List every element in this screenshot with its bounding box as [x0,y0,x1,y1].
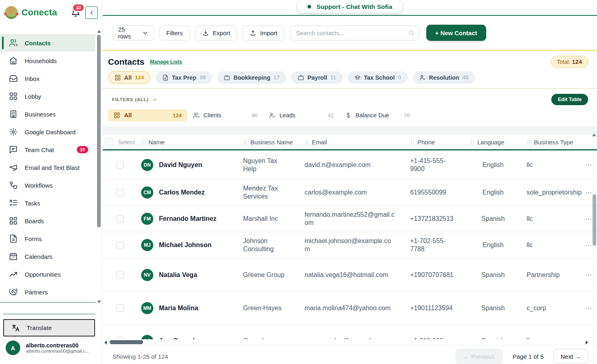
previous-page-button[interactable]: ← Previous [455,349,503,364]
filters-dropdown[interactable]: FILTERS (ALL) [112,97,157,102]
contact-name[interactable]: Carlos Mendez [159,189,205,196]
table-row[interactable]: MJ Michael Johnson Johnson Consulting mi… [103,232,597,258]
row-checkbox[interactable] [116,161,124,169]
filter-pill-balance-due[interactable]: Balance Due 70 [339,109,415,121]
filters-button[interactable]: Filters [159,25,190,40]
sidebar-item-email-text-blast[interactable]: Email and Text Blast [0,159,95,176]
sidebar-scrollbar-thumb[interactable] [97,35,101,227]
column-header-name[interactable]: Name [141,139,243,146]
contact-name[interactable]: David Nguyen [159,161,202,169]
scroll-up-arrow-icon[interactable] [592,133,596,136]
sidebar-item-tasks[interactable]: Tasks [0,194,95,212]
select-all-checkbox[interactable] [106,138,113,146]
table-row[interactable]: CM Carlos Mendez Mendez Tax Services car… [103,180,597,206]
contact-name[interactable]: Natalia Vega [159,271,197,279]
sidebar-item-team-chat[interactable]: Team Chat 19 [0,141,95,159]
column-header-business-name[interactable]: Business Name [243,139,305,146]
next-page-button[interactable]: Next → [553,349,588,364]
contact-name[interactable]: Michael Johnson [159,241,212,249]
column-header-business-type[interactable]: Business Type [527,139,585,146]
sidebar-item-households[interactable]: Households [0,52,95,70]
tab-tax-prep[interactable]: Tax Prep 39 [156,71,212,84]
select-column-label: Select [118,139,135,146]
column-header-language[interactable]: Language [470,139,527,146]
scroll-right-arrow-icon[interactable] [586,341,588,345]
grid-icon [9,92,18,101]
sidebar-item-opportunities[interactable]: Opportunities [0,265,95,283]
filter-pill-clients[interactable]: Clients 90 [187,109,263,121]
scroll-up-arrow-icon[interactable] [97,30,101,33]
page-title: Contacts [108,57,144,67]
export-button[interactable]: Export [195,25,237,40]
grid-icon [114,74,121,81]
file-icon [162,74,169,81]
vertical-scrollbar-thumb[interactable] [593,194,596,246]
column-label: Phone [417,139,435,146]
search-input[interactable] [290,25,419,40]
tab-all[interactable]: All 124 [108,71,150,84]
new-contact-button[interactable]: + New Contact [426,25,486,41]
table-header-row: Select Name Business Name Email Phone La… [103,135,597,150]
table-row[interactable]: MM Maria Molina Green-Hayes maria.molina… [103,292,597,325]
row-checkbox[interactable] [116,271,124,279]
column-header-phone[interactable]: Phone [410,139,470,146]
table-row[interactable]: NV Natalia Vega Greene Group natalia.veg… [103,258,597,292]
tab-label: Payroll [307,74,327,81]
table-row[interactable]: DN David Nguyen Nguyen Tax Help david.n@… [103,150,597,180]
chevron-down-icon [152,97,157,102]
drag-handle-icon[interactable] [141,139,146,145]
notifications-button[interactable]: 33 [71,8,80,17]
sidebar-item-partners[interactable]: Partners [0,283,95,301]
row-checkbox[interactable] [116,215,124,223]
sidebar-item-inbox[interactable]: Inbox [0,70,95,87]
tab-bookkeeping[interactable]: Bookkeeping 17 [217,71,286,84]
manage-lists-link[interactable]: Manage Lists [150,59,182,65]
drag-handle-icon[interactable] [410,139,415,145]
sidebar-item-google-dashboard[interactable]: Google Dashboard [0,123,95,141]
filter-pill-leads[interactable]: Leads 42 [263,109,339,121]
sidebar-item-contacts[interactable]: Contacts [0,34,95,52]
import-button[interactable]: Import [243,25,284,40]
sidebar-collapse-button[interactable] [85,6,98,19]
page-indicator: Page 1 of 5 [512,353,544,360]
sidebar-item-workflows[interactable]: Workflows [0,176,95,194]
drag-handle-icon[interactable] [243,139,248,145]
edit-table-button[interactable]: Edit Table [551,94,588,105]
table-row[interactable]: FM Fernando Martinez Marshall Inc fernan… [103,206,597,232]
building-icon [9,110,18,119]
tab-tax-school[interactable]: Tax School 0 [348,71,408,84]
scroll-down-arrow-icon[interactable] [97,301,101,303]
sidebar-divider [3,314,95,314]
filter-pill-all[interactable]: All 124 [108,109,187,121]
contact-name[interactable]: Fernando Martinez [159,215,216,222]
sidebar-item-calendars[interactable]: Calendars [0,248,95,265]
vertical-scrollbar[interactable] [592,133,597,336]
tab-payroll[interactable]: Payroll 11 [291,71,342,84]
table-row[interactable]: AG Ana Gonzalez Gonzalez ana.gonzalez@ex… [103,325,597,339]
language-cell: Spanish [470,304,527,312]
scroll-left-arrow-icon[interactable] [104,341,107,345]
sidebar-item-forms[interactable]: Forms [0,230,95,248]
sidebar-item-lobby[interactable]: Lobby [0,87,95,105]
support-chat-button[interactable]: Support - Chat With Sofia [296,0,403,13]
horizontal-scrollbar-thumb[interactable] [110,340,143,344]
file-icon [9,234,18,243]
sidebar-item-businesses[interactable]: Businesses [0,105,95,123]
row-checkbox[interactable] [116,189,124,197]
drag-handle-icon[interactable] [305,139,309,145]
rows-per-page-select[interactable]: 25 rows [113,25,154,40]
sidebar-item-boards[interactable]: Boards [0,212,95,230]
row-checkbox[interactable] [116,304,124,312]
app-window: Conecta 33 Contacts Households Inbox [0,0,597,364]
horizontal-scrollbar[interactable] [103,339,597,345]
user-profile[interactable]: A alberto.contreras00 alberto.contreras0… [6,341,99,355]
tab-resolution[interactable]: Resolution 45 [413,71,475,84]
contact-name[interactable]: Maria Molina [159,305,198,312]
drag-handle-icon[interactable] [470,139,474,145]
row-checkbox[interactable] [116,241,124,249]
column-header-email[interactable]: Email [305,139,410,146]
translate-button[interactable]: Translate [3,319,95,336]
drag-handle-icon[interactable] [527,139,531,145]
business-type-cell: llc [527,161,585,169]
sidebar-scrollbar[interactable] [97,30,101,303]
